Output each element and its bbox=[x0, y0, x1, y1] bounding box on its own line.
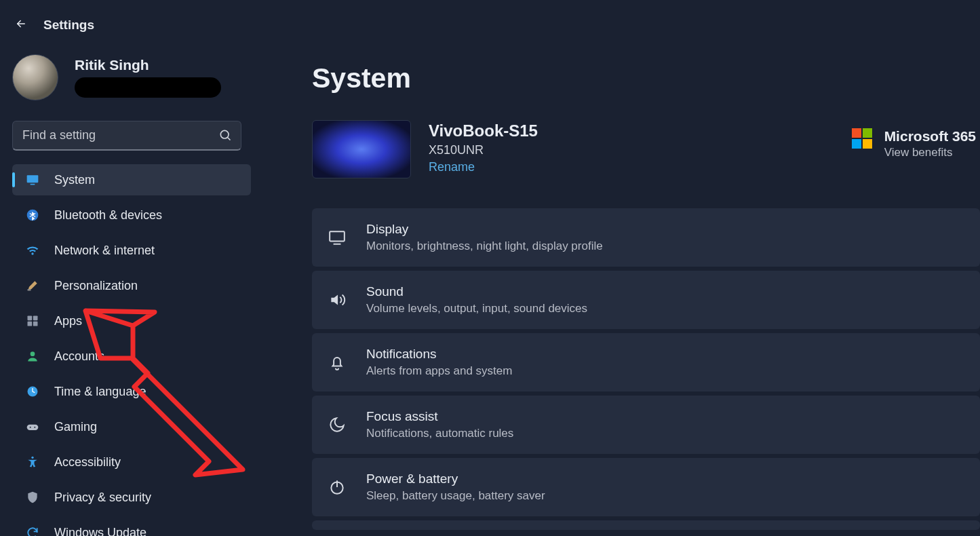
sidebar-item-time-language[interactable]: Time & language bbox=[12, 376, 251, 407]
sidebar: Settings Ritik Singh System Bluetooth & … bbox=[0, 0, 263, 536]
svg-rect-9 bbox=[33, 322, 38, 326]
profile-name: Ritik Singh bbox=[75, 57, 221, 73]
monitor-icon bbox=[26, 173, 39, 187]
svg-rect-8 bbox=[28, 322, 33, 326]
page-title: System bbox=[312, 62, 980, 94]
sound-icon bbox=[328, 291, 346, 309]
shield-icon bbox=[26, 491, 39, 504]
sidebar-item-label: Windows Update bbox=[54, 526, 146, 537]
svg-point-15 bbox=[31, 457, 33, 459]
ms365-title: Microsoft 365 bbox=[884, 128, 976, 145]
setting-title: Sound bbox=[366, 284, 587, 299]
sidebar-item-personalization[interactable]: Personalization bbox=[12, 270, 251, 301]
svg-rect-6 bbox=[28, 316, 33, 321]
sidebar-item-label: Privacy & security bbox=[54, 491, 151, 505]
brush-icon bbox=[26, 279, 39, 292]
header-bar: Settings bbox=[12, 14, 251, 39]
svg-rect-16 bbox=[330, 231, 345, 241]
device-thumbnail[interactable] bbox=[312, 120, 411, 178]
ms365-subtitle: View benefits bbox=[884, 146, 976, 159]
update-icon bbox=[26, 526, 39, 536]
apps-icon bbox=[26, 314, 39, 328]
svg-rect-3 bbox=[31, 184, 35, 185]
accessibility-icon bbox=[26, 455, 39, 469]
window-title: Settings bbox=[43, 18, 94, 33]
back-icon[interactable] bbox=[15, 18, 27, 33]
search-input[interactable] bbox=[12, 121, 241, 151]
profile-block[interactable]: Ritik Singh bbox=[12, 54, 251, 100]
profile-email-redacted bbox=[75, 77, 221, 98]
sidebar-item-gaming[interactable]: Gaming bbox=[12, 411, 251, 442]
search-row bbox=[12, 121, 251, 151]
display-icon bbox=[328, 229, 346, 246]
sidebar-item-bluetooth[interactable]: Bluetooth & devices bbox=[12, 199, 251, 231]
nav: System Bluetooth & devices Network & int… bbox=[12, 164, 251, 536]
svg-point-10 bbox=[31, 351, 35, 356]
moon-icon bbox=[328, 416, 346, 434]
device-row: VivoBook-S15 X510UNR Rename Microsoft 36… bbox=[312, 120, 980, 178]
microsoft-365-block[interactable]: Microsoft 365 View benefits bbox=[852, 120, 980, 159]
sidebar-item-accessibility[interactable]: Accessibility bbox=[12, 446, 251, 478]
svg-rect-12 bbox=[27, 425, 39, 430]
sidebar-item-privacy[interactable]: Privacy & security bbox=[12, 482, 251, 513]
device-model: X510UNR bbox=[429, 143, 538, 157]
svg-rect-5 bbox=[28, 289, 31, 291]
setting-title: Focus assist bbox=[366, 409, 513, 424]
setting-partial-row[interactable] bbox=[312, 520, 980, 530]
avatar bbox=[12, 54, 58, 100]
device-name: VivoBook-S15 bbox=[429, 121, 538, 140]
setting-notifications[interactable]: Notifications Alerts from apps and syste… bbox=[312, 333, 980, 391]
main-pane: System VivoBook-S15 X510UNR Rename Micro… bbox=[312, 0, 980, 536]
setting-subtitle: Volume levels, output, input, sound devi… bbox=[366, 302, 587, 315]
wifi-icon bbox=[26, 244, 39, 257]
setting-subtitle: Monitors, brightness, night light, displ… bbox=[366, 240, 603, 253]
svg-rect-2 bbox=[27, 175, 39, 183]
setting-title: Notifications bbox=[366, 347, 512, 362]
sidebar-item-system[interactable]: System bbox=[12, 164, 251, 195]
setting-subtitle: Notifications, automatic rules bbox=[366, 427, 513, 440]
svg-point-0 bbox=[220, 130, 229, 138]
bell-icon bbox=[328, 353, 346, 371]
sidebar-item-label: Apps bbox=[54, 314, 82, 328]
settings-list: Display Monitors, brightness, night ligh… bbox=[312, 208, 980, 530]
sidebar-item-label: Accounts bbox=[54, 349, 104, 364]
svg-point-13 bbox=[30, 427, 31, 428]
setting-subtitle: Alerts from apps and system bbox=[366, 364, 512, 378]
clock-globe-icon bbox=[26, 385, 39, 398]
sidebar-item-label: System bbox=[54, 173, 95, 187]
rename-link[interactable]: Rename bbox=[429, 160, 538, 174]
sidebar-item-network[interactable]: Network & internet bbox=[12, 235, 251, 266]
sidebar-item-label: Personalization bbox=[54, 279, 138, 293]
gamepad-icon bbox=[26, 420, 39, 434]
sidebar-item-label: Accessibility bbox=[54, 455, 121, 470]
sidebar-item-label: Gaming bbox=[54, 420, 97, 434]
sidebar-item-label: Bluetooth & devices bbox=[54, 208, 162, 223]
setting-subtitle: Sleep, battery usage, battery saver bbox=[366, 489, 545, 503]
sidebar-item-windows-update[interactable]: Windows Update bbox=[12, 517, 251, 536]
search-icon[interactable] bbox=[218, 128, 232, 142]
setting-sound[interactable]: Sound Volume levels, output, input, soun… bbox=[312, 271, 980, 329]
svg-line-1 bbox=[228, 138, 231, 140]
person-icon bbox=[26, 349, 39, 363]
svg-rect-7 bbox=[33, 316, 38, 321]
power-icon bbox=[328, 478, 346, 496]
setting-focus-assist[interactable]: Focus assist Notifications, automatic ru… bbox=[312, 396, 980, 454]
setting-title: Power & battery bbox=[366, 472, 545, 486]
sidebar-item-apps[interactable]: Apps bbox=[12, 305, 251, 337]
sidebar-item-accounts[interactable]: Accounts bbox=[12, 341, 251, 372]
sidebar-item-label: Network & internet bbox=[54, 244, 155, 258]
setting-power-battery[interactable]: Power & battery Sleep, battery usage, ba… bbox=[312, 458, 980, 516]
bluetooth-icon bbox=[26, 208, 39, 222]
sidebar-item-label: Time & language bbox=[54, 385, 146, 399]
setting-display[interactable]: Display Monitors, brightness, night ligh… bbox=[312, 208, 980, 267]
svg-point-14 bbox=[34, 427, 35, 428]
microsoft-logo-icon bbox=[852, 128, 872, 149]
setting-title: Display bbox=[366, 222, 603, 237]
